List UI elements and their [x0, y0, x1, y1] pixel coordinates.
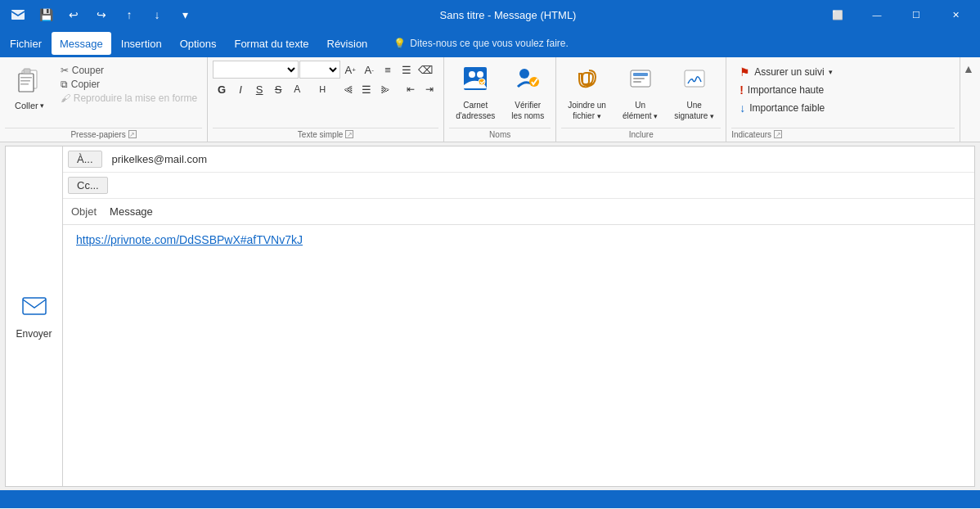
restore-button[interactable]: ⬜ — [820, 3, 856, 26]
coller-button[interactable]: Coller ▾ — [10, 64, 49, 114]
text-expand-icon[interactable]: ↗ — [345, 130, 353, 138]
arrow-down-blue-icon: ↓ — [739, 101, 745, 115]
close-button[interactable]: ✕ — [937, 3, 973, 26]
decrease-font-button[interactable]: A- — [360, 61, 378, 79]
font-size-select[interactable] — [299, 61, 340, 79]
font-family-select[interactable] — [213, 61, 299, 79]
menu-insertion[interactable]: Insertion — [113, 32, 170, 55]
menu-format[interactable]: Format du texte — [226, 32, 317, 55]
joindre-label: Joindre un fichier ▾ — [568, 100, 606, 122]
svg-point-8 — [469, 71, 475, 78]
signature-button[interactable]: Une signature ▾ — [668, 61, 721, 125]
cc-row: Cc... — [63, 173, 974, 199]
importance-faible-button[interactable]: ↓ Importance faible — [736, 100, 835, 116]
align-left-button[interactable]: ⫷ — [339, 80, 357, 98]
compose-area: Envoyer À... Cc... Objet https://privn — [5, 146, 975, 487]
save-icon[interactable]: 💾 — [34, 3, 57, 26]
verifier-noms-button[interactable]: Vérifier les noms — [505, 61, 551, 124]
to-input[interactable] — [107, 150, 974, 169]
carnet-adresses-button[interactable]: Carnet d'adresses — [449, 61, 501, 124]
cc-button[interactable]: Cc... — [68, 177, 108, 194]
svg-rect-17 — [685, 70, 704, 87]
highlight-button[interactable]: H — [313, 80, 331, 98]
font-row: A+ A- ≡ ☰ ⌫ — [213, 61, 438, 79]
envoyer-button[interactable]: Envoyer — [6, 146, 63, 486]
body-link[interactable]: https://privnote.com/DdSSBPwX#afTVNv7kJ — [76, 233, 303, 246]
inclure-content: Joindre un fichier ▾ Un élément — [561, 61, 721, 125]
exclamation-red-icon: ! — [739, 83, 744, 97]
svg-rect-0 — [11, 10, 25, 20]
maximize-button[interactable]: ☐ — [898, 3, 934, 26]
signature-label: Une signature ▾ — [674, 100, 714, 122]
increase-font-button[interactable]: A+ — [341, 61, 359, 79]
reproduire-button[interactable]: 🖌 Reproduire la mise en forme — [57, 92, 200, 105]
signature-icon — [680, 64, 709, 97]
window-title: Sans titre - Message (HTML) — [196, 9, 820, 21]
joindre-fichier-button[interactable]: Joindre un fichier ▾ — [561, 61, 613, 125]
un-element-button[interactable]: Un élément ▾ — [616, 61, 664, 125]
text-color-button[interactable]: A — [288, 80, 306, 98]
ribbon-collapse-button[interactable]: ▲ — [960, 61, 977, 77]
italic-button[interactable]: I — [232, 80, 249, 98]
status-bar — [0, 490, 980, 508]
title-bar: 💾 ↩ ↪ ↑ ↓ ▾ Sans titre - Message (HTML) … — [0, 0, 980, 29]
copier-button[interactable]: ⧉ Copier — [57, 78, 200, 91]
indent-increase-button[interactable]: ⇥ — [420, 80, 438, 98]
svg-rect-18 — [23, 298, 46, 314]
noms-content: Carnet d'adresses Vérifier les noms — [449, 61, 551, 125]
bullets-button[interactable]: ≡ — [379, 61, 397, 79]
align-center-button[interactable]: ☰ — [357, 80, 375, 98]
svg-rect-15 — [633, 78, 645, 79]
redo-icon[interactable]: ↪ — [90, 3, 113, 26]
bold-button[interactable]: G — [213, 80, 231, 98]
assurer-dropdown[interactable]: ▾ — [829, 68, 833, 76]
align-right-button[interactable]: ⫸ — [376, 80, 394, 98]
indent-decrease-button[interactable]: ⇤ — [402, 80, 420, 98]
app-icon — [7, 3, 29, 26]
download-icon[interactable]: ↓ — [146, 3, 169, 26]
svg-rect-2 — [19, 74, 34, 92]
quick-access-dropdown[interactable]: ▾ — [173, 3, 196, 26]
text-label: Texte simple ↗ — [213, 128, 438, 142]
to-button[interactable]: À... — [68, 151, 102, 168]
style-row: G I S S A H ⫷ ☰ ⫸ ⇤ ⇥ — [213, 80, 438, 98]
svg-point-9 — [477, 71, 483, 78]
compose-content: À... Cc... Objet https://privnote.com/Dd… — [63, 146, 974, 486]
svg-rect-14 — [633, 73, 648, 76]
numbering-button[interactable]: ☰ — [398, 61, 416, 79]
clipboard-actions: ✂ Couper ⧉ Copier 🖌 Reproduire la mise e… — [56, 61, 202, 108]
clipboard-expand-icon[interactable]: ↗ — [128, 130, 137, 138]
menu-fichier[interactable]: Fichier — [2, 32, 50, 55]
menu-revision[interactable]: Révision — [319, 32, 376, 55]
title-bar-left: 💾 ↩ ↪ ↑ ↓ ▾ — [7, 3, 196, 26]
indicateurs-content: ⚑ Assurer un suivi ▾ ! Importance haute … — [731, 61, 955, 125]
clear-format-button[interactable]: ⌫ — [416, 61, 434, 79]
paste-dropdown-arrow: ▾ — [40, 101, 44, 110]
couper-button[interactable]: ✂ Couper — [57, 64, 200, 77]
menu-options[interactable]: Options — [172, 32, 225, 55]
subject-input[interactable] — [105, 202, 974, 221]
upload-icon[interactable]: ↑ — [118, 3, 141, 26]
minimize-button[interactable]: — — [859, 3, 895, 26]
underline-button[interactable]: S — [250, 80, 268, 98]
search-area[interactable]: 💡 Dites-nous ce que vous voulez faire. — [393, 38, 568, 49]
compose-body[interactable]: https://privnote.com/DdSSBPwX#afTVNv7kJ — [63, 225, 974, 486]
svg-point-11 — [519, 69, 529, 79]
svg-rect-6 — [20, 83, 29, 85]
ribbon-group-indicateurs: ⚑ Assurer un suivi ▾ ! Importance haute … — [726, 57, 960, 142]
indicateurs-expand-icon[interactable]: ↗ — [774, 130, 782, 138]
format-painter-icon: 🖌 — [61, 92, 70, 104]
carnet-adresses-label: Carnet d'adresses — [456, 100, 495, 121]
to-row: À... — [63, 146, 974, 173]
clipboard-content: Coller ▾ ✂ Couper ⧉ Copier 🖌 Reproduire … — [5, 61, 202, 125]
assurer-suivi-button[interactable]: ⚑ Assurer un suivi ▾ — [736, 64, 835, 80]
verify-names-icon — [513, 64, 542, 97]
search-lightbulb-icon: 💡 — [393, 38, 406, 49]
strikethrough-button[interactable]: S — [269, 80, 287, 98]
importance-haute-button[interactable]: ! Importance haute — [736, 82, 835, 98]
indicateurs-label: Indicateurs ↗ — [731, 128, 955, 142]
menu-message[interactable]: Message — [52, 32, 111, 55]
undo-icon[interactable]: ↩ — [62, 3, 85, 26]
compose-area-wrapper: Envoyer À... Cc... Objet https://privn — [0, 142, 980, 490]
cc-input[interactable] — [113, 176, 974, 195]
